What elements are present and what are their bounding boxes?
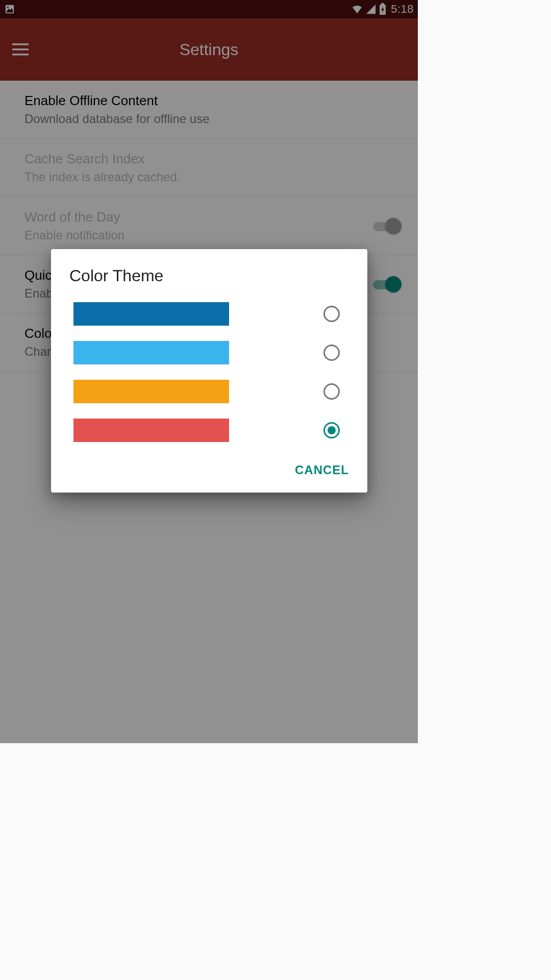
radio-button[interactable] (323, 345, 340, 361)
color-option-blue[interactable] (73, 295, 349, 333)
color-swatch (73, 380, 229, 403)
radio-button[interactable] (323, 422, 340, 438)
dialog-title: Color Theme (51, 249, 367, 295)
color-option-list (51, 295, 367, 450)
color-swatch (73, 341, 229, 364)
radio-button[interactable] (323, 383, 340, 400)
color-option-red[interactable] (73, 411, 349, 450)
color-swatch (73, 419, 229, 442)
color-option-lightblue[interactable] (73, 333, 349, 372)
radio-button[interactable] (323, 306, 340, 322)
cancel-button[interactable]: CANCEL (295, 463, 349, 477)
color-option-orange[interactable] (73, 372, 349, 411)
color-theme-dialog: Color Theme CANCEL (51, 249, 367, 493)
color-swatch (73, 302, 229, 326)
